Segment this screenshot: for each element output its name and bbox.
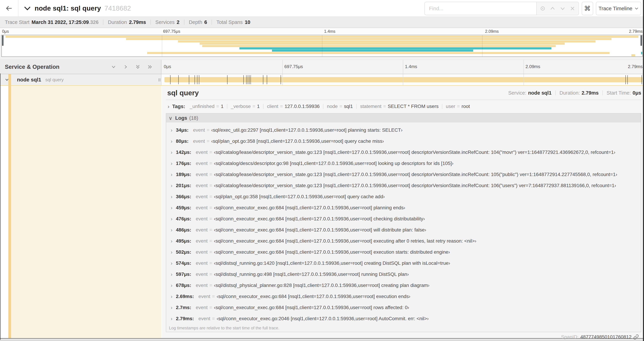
log-timestamp: 678μs: xyxy=(176,283,191,288)
log-marker-tick xyxy=(280,75,281,84)
chevron-right-icon: › xyxy=(169,127,174,133)
tag-value: 1 xyxy=(257,104,260,109)
tag-item[interactable]: node=sql1 xyxy=(327,104,353,109)
tag-item[interactable]: _unfinished=1 xyxy=(190,104,224,109)
log-field-value: ‹sql/conn_executor_exec.go:684 [nsql1,cl… xyxy=(214,305,409,310)
detail-header[interactable]: sql query Service:node sql1Duration:2.79… xyxy=(166,88,641,98)
log-row[interactable]: ›502μs:event=‹sql/conn_executor_exec.go:… xyxy=(169,247,641,258)
log-row[interactable]: ›486μs:event=‹sql/conn_executor_exec.go:… xyxy=(169,224,641,235)
log-row[interactable]: ›495μs:event=‹sql/conn_executor_exec.go:… xyxy=(169,235,641,247)
gridline xyxy=(482,35,482,57)
bottom-strip xyxy=(0,340,644,341)
expand-all-icon[interactable] xyxy=(146,62,154,72)
logs-header[interactable]: ∨ Logs (18) xyxy=(166,114,641,123)
minimap-canvas[interactable] xyxy=(2,35,642,57)
tag-item[interactable]: statement=SELECT * FROM users xyxy=(360,104,438,109)
trace-info-value: March 31 2022, 17:25:09 xyxy=(32,20,89,25)
log-field-value: ‹sql/exec_util.go:2297 [nsql1,client=127… xyxy=(211,127,402,133)
tag-key: node xyxy=(327,104,338,109)
tag-item[interactable]: _verbose=1 xyxy=(231,104,260,109)
tag-equals: = xyxy=(252,104,255,109)
separator xyxy=(227,104,227,109)
log-marker-tick xyxy=(628,75,628,84)
log-marker-tick xyxy=(263,75,263,84)
span-detail-panel: sql query Service:node sql1Duration:2.79… xyxy=(162,86,644,338)
log-timestamp: 2.79ms: xyxy=(176,316,194,321)
log-field-key: event xyxy=(196,260,208,266)
separator xyxy=(212,20,212,25)
find-box xyxy=(424,2,536,15)
minimap-left-scrub-handle[interactable] xyxy=(2,35,4,46)
log-row[interactable]: ›678μs:event=‹sql/distsql_physical_plann… xyxy=(169,280,641,291)
window-edge-right xyxy=(643,0,644,341)
detail-meta-value: 2.79ms xyxy=(582,90,598,96)
log-field-key: event xyxy=(196,150,208,155)
time-tick-label: 2.09ms xyxy=(526,64,540,69)
log-timestamp: 142μs: xyxy=(176,150,191,155)
logs-title: Logs xyxy=(175,115,187,121)
view-options-label: Trace Timeline xyxy=(598,6,632,12)
time-tick-label: 1.4ms xyxy=(405,64,417,69)
log-row[interactable]: ›201μs:event=‹sql/catalog/lease/descript… xyxy=(169,180,641,191)
log-row[interactable]: ›2.7ms:event=‹sql/conn_executor_exec.go:… xyxy=(169,302,641,313)
view-options-button[interactable]: Trace Timeline xyxy=(596,2,641,15)
gridline xyxy=(524,60,524,74)
span-service-name: node sql1 xyxy=(17,77,41,83)
log-row[interactable]: ›574μs:event=‹sql/distsql_running.go:142… xyxy=(169,258,641,269)
detail-divider xyxy=(166,100,641,100)
trace-expander-button[interactable] xyxy=(24,5,32,12)
back-button[interactable] xyxy=(0,0,18,17)
log-row[interactable]: ›189μs:event=‹sql/catalog/lease/descript… xyxy=(169,169,641,180)
expand-one-icon[interactable] xyxy=(122,62,129,72)
tag-key: statement xyxy=(360,104,382,109)
log-row[interactable]: ›459μs:event=‹sql/conn_executor_exec.go:… xyxy=(169,202,641,213)
log-field-key: event xyxy=(196,194,208,199)
next-result-icon[interactable] xyxy=(559,4,566,13)
log-row[interactable]: ›2.79ms:event=‹sql/conn_executor_exec.go… xyxy=(169,313,641,324)
find-input[interactable] xyxy=(425,6,536,12)
time-tick-label: 1.4ms xyxy=(324,29,335,34)
gridline xyxy=(282,74,283,85)
clear-search-icon[interactable] xyxy=(569,4,576,13)
log-field-key: event xyxy=(196,205,208,210)
link-icon[interactable] xyxy=(633,334,639,340)
log-field-value: ‹sql/conn_executor_exec.go:684 [nsql1,cl… xyxy=(214,216,425,222)
log-field-key: event xyxy=(196,271,208,277)
column-resizer-grip[interactable] xyxy=(158,78,160,82)
log-field-key: event xyxy=(196,238,208,244)
log-field-key: event xyxy=(196,249,208,255)
chevron-down-icon xyxy=(634,7,639,10)
collapse-one-icon[interactable] xyxy=(110,62,117,72)
span-detail-row: sql query Service:node sql1Duration:2.79… xyxy=(0,85,644,339)
log-marker-tick xyxy=(642,75,642,84)
page-header: node sql1: sql query 7418682 ⌘ Trace Tim… xyxy=(0,0,644,17)
log-timestamp: 476μs: xyxy=(176,216,191,222)
log-row[interactable]: ›476μs:event=‹sql/conn_executor_exec.go:… xyxy=(169,213,641,224)
prev-result-icon[interactable] xyxy=(549,4,556,13)
tags-row[interactable]: › Tags: _unfinished=1_verbose=1client=12… xyxy=(166,102,641,110)
log-row[interactable]: ›366μs:event=‹sql/plan_opt.go:358 [nsql1… xyxy=(169,191,641,202)
trace-info-label: Duration xyxy=(108,20,127,25)
log-field-value: ‹sql/conn_executor_exec.go:684 [nsql1,cl… xyxy=(214,227,426,233)
log-field-value: ‹sql/conn_executor_exec.go:684 [nsql1,cl… xyxy=(214,249,450,255)
keyboard-shortcuts-button[interactable]: ⌘ xyxy=(582,2,593,15)
collapse-all-icon[interactable] xyxy=(134,62,141,72)
logs-footnote: Log timestamps are relative to the start… xyxy=(166,324,641,332)
log-timestamp: 486μs: xyxy=(176,227,191,233)
minimap-right-scrub-handle[interactable] xyxy=(640,35,642,46)
separator xyxy=(442,104,442,109)
log-field-value: ‹sql/plan_opt.go:358 [nsql1,client=127.0… xyxy=(211,138,384,144)
tag-item[interactable]: user=root xyxy=(446,104,470,109)
log-row[interactable]: ›142μs:event=‹sql/catalog/lease/descript… xyxy=(169,147,641,158)
log-row[interactable]: ›80μs:event=‹sql/plan_opt.go:358 [nsql1,… xyxy=(169,136,641,147)
detail-meta-value: node sql1 xyxy=(528,90,552,96)
log-row[interactable]: ›176μs:event=‹sql/catalog/descs/descript… xyxy=(169,158,641,169)
span-name-cell[interactable]: node sql1 sql query xyxy=(0,74,161,85)
log-timestamp: 366μs: xyxy=(176,194,191,199)
locate-icon[interactable] xyxy=(539,4,546,13)
log-row[interactable]: ›2.69ms:event=‹sql/conn_executor_exec.go… xyxy=(169,291,641,302)
tag-item[interactable]: client=127.0.0.1:59936 xyxy=(267,104,320,109)
log-row[interactable]: ›34μs:event=‹sql/exec_util.go:2297 [nsql… xyxy=(169,125,641,136)
log-row[interactable]: ›597μs:event=‹sql/distsql_running.go:498… xyxy=(169,269,641,280)
span-duration-bar[interactable] xyxy=(164,77,642,82)
